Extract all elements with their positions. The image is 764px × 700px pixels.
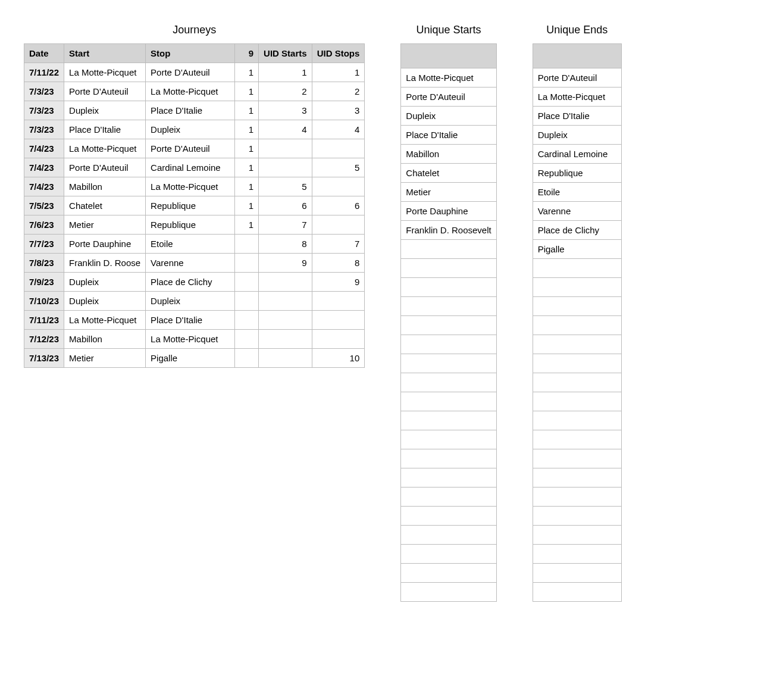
- cell-count: 1: [235, 120, 259, 139]
- list-item: [533, 259, 621, 278]
- cell-count: [235, 273, 259, 292]
- table-row: [401, 354, 496, 373]
- cell-stop: La Motte-Picquet: [146, 82, 235, 101]
- table-row: [401, 335, 496, 354]
- table-row: Place D'Italie: [533, 107, 621, 126]
- table-row: [533, 526, 621, 545]
- cell-uid-stops: [312, 311, 365, 330]
- table-row: [401, 373, 496, 392]
- list-item: [533, 335, 621, 354]
- unique-starts-title: Unique Starts: [416, 24, 481, 36]
- cell-uid-stops: [312, 330, 365, 349]
- table-row: Porte Dauphine: [401, 202, 496, 221]
- cell-count: 1: [235, 177, 259, 196]
- list-item: [533, 468, 621, 488]
- list-item: [401, 430, 496, 449]
- cell-stop: La Motte-Picquet: [146, 330, 235, 349]
- cell-stop: Porte D'Auteuil: [146, 139, 235, 158]
- table-row: [533, 411, 621, 430]
- table-row: Dupleix: [533, 126, 621, 145]
- cell-uid-stops: [312, 215, 365, 235]
- table-row: 7/4/23MabillonLa Motte-Picquet15: [24, 177, 365, 196]
- table-row: [401, 316, 496, 335]
- list-item: [533, 392, 621, 411]
- list-item: [401, 335, 496, 354]
- cell-uid-starts: [259, 311, 312, 330]
- cell-stop: Porte D'Auteuil: [146, 63, 235, 82]
- list-item: [533, 545, 621, 564]
- table-row: Pigalle: [533, 240, 621, 259]
- list-item: [401, 240, 496, 259]
- table-row: Franklin D. Roosevelt: [401, 221, 496, 240]
- table-row: [533, 297, 621, 316]
- table-row: [401, 583, 496, 602]
- cell-start: La Motte-Picquet: [64, 63, 146, 82]
- cell-count: 1: [235, 101, 259, 120]
- table-row: 7/3/23DupleixPlace D'Italie133: [24, 101, 365, 120]
- journeys-title: Journeys: [173, 24, 216, 36]
- list-item: Republique: [533, 164, 621, 183]
- cell-uid-stops: [312, 292, 365, 311]
- table-row: [533, 354, 621, 373]
- cell-uid-stops: 10: [312, 349, 365, 368]
- header-date: Date: [24, 44, 64, 63]
- table-row: Metier: [401, 183, 496, 202]
- cell-uid-starts: [259, 158, 312, 177]
- cell-uid-starts: 7: [259, 215, 312, 235]
- header-count: 9: [235, 44, 259, 63]
- table-row: Etoile: [533, 183, 621, 202]
- list-item: [533, 430, 621, 449]
- unique-ends-title: Unique Ends: [546, 24, 608, 36]
- cell-date: 7/4/23: [24, 158, 64, 177]
- list-item: Chatelet: [401, 164, 496, 183]
- cell-stop: Dupleix: [146, 292, 235, 311]
- table-row: [401, 411, 496, 430]
- cell-uid-starts: 6: [259, 196, 312, 215]
- list-item: Mabillon: [401, 145, 496, 164]
- table-row: 7/5/23ChateletRepublique166: [24, 196, 365, 215]
- cell-uid-starts: 5: [259, 177, 312, 196]
- cell-uid-starts: 3: [259, 101, 312, 120]
- table-row: 7/6/23MetierRepublique17: [24, 215, 365, 235]
- cell-start: Dupleix: [64, 101, 146, 120]
- table-row: [401, 240, 496, 259]
- unique-starts-section: Unique Starts La Motte-PicquetPorte D'Au…: [400, 24, 496, 602]
- main-container: Journeys Date Start Stop 9 UID Starts UI…: [24, 24, 740, 602]
- table-row: 7/11/23La Motte-PicquetPlace D'Italie: [24, 311, 365, 330]
- list-item: [533, 526, 621, 545]
- table-row: La Motte-Picquet: [533, 88, 621, 107]
- cell-count: 1: [235, 215, 259, 235]
- cell-count: 1: [235, 196, 259, 215]
- table-row: [533, 392, 621, 411]
- header-stop: Stop: [146, 44, 235, 63]
- cell-count: [235, 311, 259, 330]
- list-item: [533, 564, 621, 583]
- table-row: [533, 583, 621, 602]
- cell-uid-starts: [259, 139, 312, 158]
- table-row: [401, 507, 496, 526]
- cell-start: Porte Dauphine: [64, 235, 146, 254]
- cell-uid-starts: 4: [259, 120, 312, 139]
- cell-start: La Motte-Picquet: [64, 311, 146, 330]
- table-row: [533, 488, 621, 507]
- table-row: [533, 468, 621, 488]
- cell-count: 1: [235, 63, 259, 82]
- table-row: [401, 259, 496, 278]
- list-item: [401, 526, 496, 545]
- table-row: [401, 564, 496, 583]
- cell-date: 7/8/23: [24, 254, 64, 273]
- list-item: Place D'Italie: [401, 126, 496, 145]
- cell-count: [235, 330, 259, 349]
- cell-date: 7/3/23: [24, 120, 64, 139]
- table-row: Republique: [533, 164, 621, 183]
- cell-uid-starts: [259, 330, 312, 349]
- table-row: [401, 468, 496, 488]
- list-item: [533, 278, 621, 297]
- cell-stop: Cardinal Lemoine: [146, 158, 235, 177]
- cell-date: 7/5/23: [24, 196, 64, 215]
- list-item: [401, 564, 496, 583]
- table-row: [533, 316, 621, 335]
- list-item: [401, 392, 496, 411]
- cell-date: 7/3/23: [24, 101, 64, 120]
- cell-stop: Republique: [146, 215, 235, 235]
